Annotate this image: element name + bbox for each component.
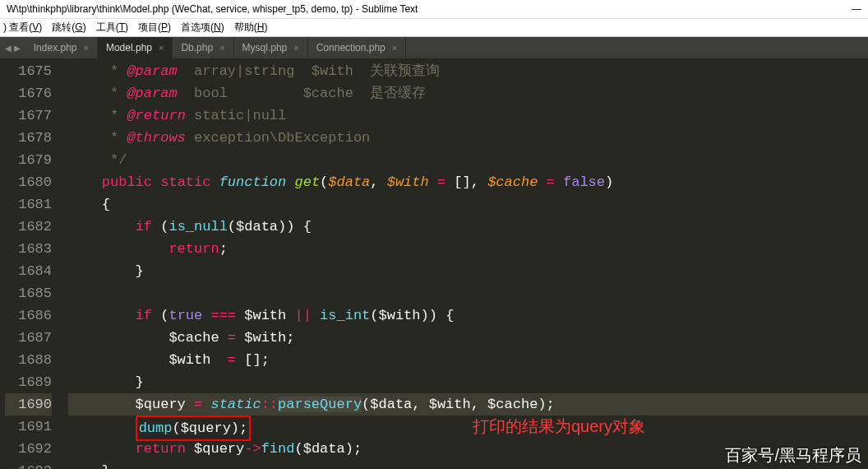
- tab-bar: ◀ ▶ Index.php×Model.php×Db.php×Mysql.php…: [0, 37, 868, 58]
- menu-item[interactable]: 首选项(N): [181, 21, 224, 33]
- code-line: [68, 282, 868, 304]
- tab-db-php[interactable]: Db.php×: [173, 37, 233, 58]
- line-gutter: 1675167616771678167916801681168216831684…: [0, 58, 62, 469]
- close-icon[interactable]: ×: [84, 43, 89, 53]
- code-line: }: [68, 371, 868, 393]
- tab-label: Model.php: [106, 42, 152, 53]
- code-line: dump($query);: [68, 416, 868, 438]
- line-number: 1681: [5, 193, 52, 216]
- code-line: */: [68, 149, 868, 171]
- line-number: 1679: [5, 149, 52, 171]
- menu-item[interactable]: ) 查看(V): [3, 21, 42, 33]
- code-line: * @return static|null: [68, 104, 868, 127]
- tab-label: Db.php: [181, 42, 213, 53]
- line-number: 1691: [5, 416, 52, 438]
- line-number: 1687: [5, 327, 52, 349]
- menu-item[interactable]: 工具(T): [96, 21, 128, 33]
- code-line: * @param array|string $with 关联预查询: [68, 60, 868, 82]
- code-line: * @throws exception\DbException: [68, 127, 868, 149]
- minimize-icon[interactable]: —: [852, 3, 861, 15]
- line-number: 1676: [5, 82, 52, 104]
- line-number: 1686: [5, 304, 52, 327]
- code-line: return;: [68, 238, 868, 260]
- editor-area: ◀ ▶ Index.php×Model.php×Db.php×Mysql.php…: [0, 37, 868, 469]
- tab-nav-icons[interactable]: ◀ ▶: [0, 44, 25, 53]
- line-number: 1692: [5, 438, 52, 460]
- annotation-text: 打印的结果为query对象: [473, 416, 645, 438]
- line-number: 1683: [5, 238, 52, 260]
- menu-item[interactable]: 跳转(G): [52, 21, 85, 33]
- code-line: }: [68, 260, 868, 282]
- window-title: W\tp\thinkphp\library\think\Model.php (W…: [7, 3, 418, 15]
- close-icon[interactable]: ×: [293, 43, 298, 53]
- line-number: 1678: [5, 127, 52, 149]
- menu-item[interactable]: 帮助(H): [234, 21, 268, 33]
- line-number: 1688: [5, 349, 52, 371]
- line-number: 1693: [5, 460, 52, 469]
- line-number: 1690: [5, 393, 52, 416]
- tab-index-php[interactable]: Index.php×: [25, 37, 98, 58]
- tab-label: Mysql.php: [242, 42, 288, 53]
- code-line: if (is_null($data)) {: [68, 216, 868, 238]
- line-number: 1685: [5, 282, 52, 304]
- line-number: 1675: [5, 60, 52, 82]
- tab-label: Connection.php: [316, 42, 386, 53]
- tab-mysql-php[interactable]: Mysql.php×: [234, 37, 308, 58]
- line-number: 1677: [5, 104, 52, 127]
- code-line: $query = static::parseQuery($data, $with…: [68, 393, 868, 416]
- line-number: 1680: [5, 171, 52, 193]
- line-number: 1684: [5, 260, 52, 282]
- close-icon[interactable]: ×: [219, 43, 224, 53]
- line-number: 1689: [5, 371, 52, 393]
- tab-model-php[interactable]: Model.php×: [98, 37, 173, 58]
- watermark: 百家号/黑马程序员: [725, 444, 861, 467]
- close-icon[interactable]: ×: [159, 43, 164, 53]
- tab-connection-php[interactable]: Connection.php×: [308, 37, 407, 58]
- menu-bar: ) 查看(V)跳转(G)工具(T)项目(P)首选项(N)帮助(H): [0, 19, 868, 37]
- code-pane: 1675167616771678167916801681168216831684…: [0, 58, 868, 469]
- code-line: $cache = $with;: [68, 327, 868, 349]
- code-line: {: [68, 193, 868, 216]
- menu-item[interactable]: 项目(P): [138, 21, 171, 33]
- line-number: 1682: [5, 216, 52, 238]
- code-content[interactable]: * @param array|string $with 关联预查询 * @par…: [62, 58, 868, 469]
- tab-label: Index.php: [34, 42, 77, 53]
- code-line: $with = [];: [68, 349, 868, 371]
- close-icon[interactable]: ×: [392, 43, 397, 53]
- code-line: if (true === $with || is_int($with)) {: [68, 304, 868, 327]
- window-titlebar: W\tp\thinkphp\library\think\Model.php (W…: [0, 0, 868, 19]
- code-line: * @param bool $cache 是否缓存: [68, 82, 868, 104]
- code-line: public static function get($data, $with …: [68, 171, 868, 193]
